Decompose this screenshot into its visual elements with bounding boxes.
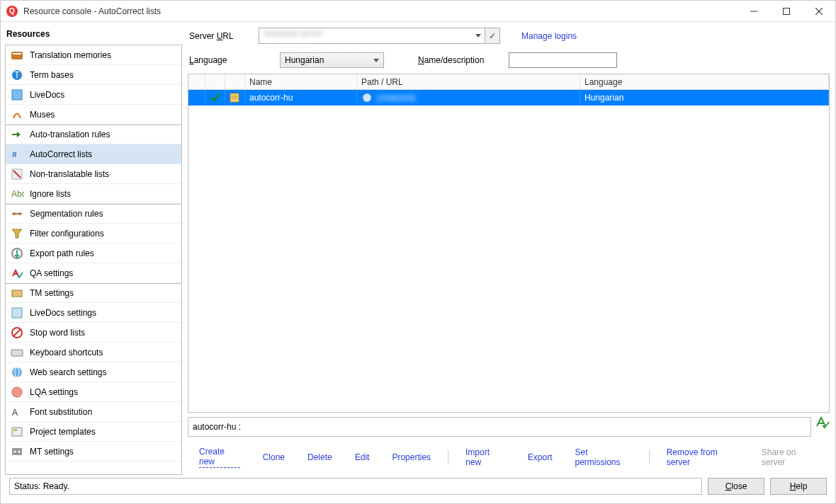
sidebar-item-label: AutoCorrect lists [30, 149, 92, 159]
ld-icon [10, 88, 24, 102]
sidebar-item-mt-settings[interactable]: MT settings [6, 442, 181, 462]
app-icon: Q [6, 6, 18, 17]
grid-body[interactable]: autocorr-hu(redacted)Hungarian [188, 90, 829, 412]
action-create-new[interactable]: Create new [199, 447, 240, 468]
sidebar-item-non-translatable-lists[interactable]: Non-translatable lists [6, 164, 181, 184]
swl-icon [10, 326, 24, 340]
svg-rect-25 [12, 428, 22, 436]
close-window-button[interactable] [803, 1, 835, 21]
sidebar-item-label: LQA settings [30, 387, 78, 397]
footer: Status: Ready. Close Help [5, 475, 831, 499]
table-row[interactable]: autocorr-hu(redacted)Hungarian [188, 90, 829, 105]
detail-autocorrect-icon [815, 416, 830, 430]
action-import-new[interactable]: Import new [465, 447, 505, 467]
action-clone[interactable]: Clone [263, 452, 285, 462]
svg-point-29 [18, 450, 21, 452]
sidebar-item-stop-word-lists[interactable]: Stop word lists [6, 323, 181, 343]
action-bar: Create new Clone Delete Edit Properties … [186, 437, 831, 475]
svg-rect-1 [784, 8, 790, 14]
action-remove-from-server[interactable]: Remove from server [667, 447, 739, 467]
sidebar-item-filter-configurations[interactable]: Filter configurations [6, 224, 181, 244]
grid-header-path[interactable]: Path / URL [357, 74, 580, 89]
sidebar-item-term-bases[interactable]: TTerm bases [6, 65, 181, 85]
action-set-permissions[interactable]: Set permissions [575, 447, 631, 467]
action-separator-1 [448, 450, 448, 464]
sidebar-item-web-search-settings[interactable]: Web search settings [6, 362, 181, 382]
acl-icon: я [10, 147, 24, 161]
status-bar: Status: Ready. [9, 478, 702, 495]
grid-header-name[interactable]: Name [245, 74, 357, 89]
kbd-icon [10, 345, 24, 360]
sidebar-item-label: LiveDocs settings [30, 308, 96, 318]
sidebar-item-label: Export path rules [30, 248, 94, 258]
svg-point-31 [363, 93, 371, 102]
ign-icon: Abc [10, 187, 24, 201]
action-delete[interactable]: Delete [307, 452, 332, 462]
sidebar-item-qa-settings[interactable]: QA settings [6, 263, 181, 283]
sidebar-item-auto-translation-rules[interactable]: Auto-translation rules [6, 125, 181, 144]
svg-rect-17 [12, 308, 22, 318]
ntl-icon [10, 167, 24, 181]
tb-icon: T [10, 68, 24, 82]
maximize-icon [783, 8, 790, 15]
svg-text:Abc: Abc [11, 189, 24, 199]
window-title: Resource console - AutoCorrect lists [23, 6, 161, 16]
svg-rect-27 [12, 448, 22, 455]
name-desc-input[interactable] [509, 52, 617, 68]
sidebar-item-translation-memories[interactable]: Translation memories [6, 45, 181, 65]
fil-icon [10, 227, 24, 241]
svg-rect-4 [11, 52, 23, 59]
sidebar-item-label: Auto-translation rules [30, 130, 110, 139]
grid-header-blank-1[interactable] [188, 74, 205, 89]
sidebar-item-label: Filter configurations [30, 229, 104, 239]
sidebar-item-label: LiveDocs [30, 90, 64, 100]
language-combo[interactable]: Hungarian [280, 52, 384, 68]
help-button[interactable]: Help [770, 478, 827, 495]
sidebar-item-segmentation-rules[interactable]: Segmentation rules [6, 204, 181, 224]
detail-panel: autocorr-hu : [188, 417, 811, 437]
sidebar-item-keyboard-shortcuts[interactable]: Keyboard shortcuts [6, 343, 181, 362]
sidebar-item-livedocs-settings[interactable]: LiveDocs settings [6, 303, 181, 323]
svg-rect-5 [13, 53, 21, 55]
sidebar-item-autocorrect-lists[interactable]: яAutoCorrect lists [6, 144, 181, 164]
sidebar-item-tm-settings[interactable]: TM settings [6, 283, 181, 303]
grid-header-blank-2[interactable] [205, 74, 225, 89]
minimize-button[interactable] [738, 1, 770, 21]
tms-icon [10, 286, 24, 300]
sidebar-item-ignore-lists[interactable]: AbcIgnore lists [6, 184, 181, 204]
lds-icon [10, 306, 24, 320]
sidebar-item-muses[interactable]: Muses [6, 105, 181, 125]
sidebar-item-label: Project templates [30, 427, 96, 437]
row-language: Hungarian [580, 90, 829, 105]
sidebar-item-label: Font substitution [30, 407, 92, 417]
sidebar-item-label: QA settings [30, 268, 73, 278]
sidebar-item-lqa-settings[interactable]: LQA settings [6, 382, 181, 402]
sidebar-item-label: Non-translatable lists [30, 169, 109, 179]
svg-rect-20 [11, 350, 23, 356]
server-url-confirm-button[interactable]: ✓ [484, 28, 500, 44]
sidebar-item-label: Keyboard shortcuts [30, 348, 103, 357]
server-url-input[interactable]: redacted-server [259, 28, 485, 44]
grid-header-lang[interactable]: Language [580, 74, 829, 89]
sidebar-item-font-substitution[interactable]: AFont substitution [6, 402, 181, 422]
sidebar-list[interactable]: Translation memoriesTTerm basesLiveDocsM… [5, 45, 182, 475]
svg-rect-30 [230, 93, 239, 102]
action-export[interactable]: Export [528, 452, 553, 462]
server-url-label: Server URL [189, 31, 253, 41]
server-filter-row: Server URL redacted-server ✓ Manage logi… [186, 26, 831, 45]
sidebar-item-project-templates[interactable]: Project templates [6, 422, 181, 442]
window: Q Resource console - AutoCorrect lists R… [0, 0, 836, 504]
sidebar: Resources Translation memoriesTTerm base… [5, 26, 182, 475]
sidebar-item-label: Web search settings [30, 367, 107, 377]
grid-header-blank-3[interactable] [225, 74, 245, 89]
manage-logins-link[interactable]: Manage logins [521, 31, 577, 41]
action-properties[interactable]: Properties [392, 452, 431, 462]
tm-icon [10, 48, 24, 62]
maximize-button[interactable] [770, 1, 803, 21]
atr-icon [10, 127, 24, 142]
sidebar-item-export-path-rules[interactable]: Export path rules [6, 244, 181, 263]
close-button[interactable]: Close [708, 478, 764, 495]
server-url-dropdown-button[interactable] [473, 28, 484, 44]
action-edit[interactable]: Edit [355, 452, 370, 462]
sidebar-item-livedocs[interactable]: LiveDocs [6, 85, 181, 105]
